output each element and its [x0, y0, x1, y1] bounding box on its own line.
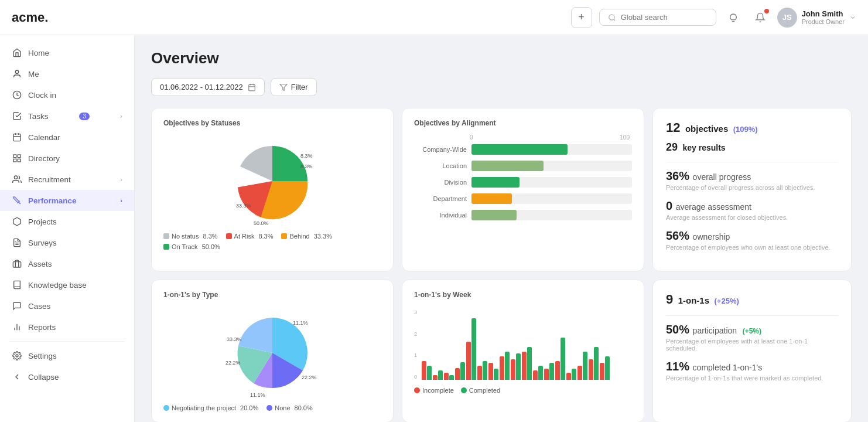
week-group	[433, 370, 443, 380]
one-on-ones-count-row: 9 1-on-1s (+25%)	[666, 292, 838, 307]
svg-rect-10	[18, 159, 20, 162]
completed-bar	[471, 318, 476, 380]
bar-row-division: Division	[414, 177, 632, 188]
date-range-picker[interactable]: 01.06.2022 - 01.12.2022	[151, 78, 265, 96]
bars-container	[422, 309, 632, 380]
dashboard-row-2: 1-on-1's by Type	[151, 280, 852, 422]
stats-one-on-ones-card: 9 1-on-1s (+25%) 50% participation (+5%)…	[652, 280, 852, 422]
behind-value: 33.3%	[314, 233, 332, 240]
objectives-status-pie: 8.3% 8.3% 33.3% 50.0%	[214, 134, 331, 228]
completed-bar	[605, 356, 610, 380]
bar-fill	[471, 177, 520, 188]
sidebar-item-label: Cases	[28, 302, 50, 311]
key-results-count: 29	[666, 141, 678, 153]
knowledge-base-icon	[12, 280, 22, 290]
svg-rect-23	[248, 84, 255, 91]
on-track-dot	[163, 244, 169, 250]
lightbulb-button[interactable]	[723, 8, 743, 28]
objectives-count-row: 12 objectives (109%)	[666, 120, 838, 135]
recruitment-icon	[12, 174, 22, 185]
overall-progress-row: 36% overall progress Percentage of overa…	[666, 169, 838, 191]
sidebar-item-tasks[interactable]: Tasks 3 ›	[0, 106, 134, 127]
sidebar-item-calendar[interactable]: Calendar	[0, 127, 134, 148]
tasks-arrow: ›	[120, 113, 122, 120]
user-name: John Smith	[802, 9, 845, 18]
week-group	[533, 366, 543, 380]
sidebar-item-recruitment[interactable]: Recruitment ›	[0, 169, 134, 190]
completed-bar	[505, 352, 510, 380]
sidebar-item-directory[interactable]: Directory	[0, 148, 134, 169]
tasks-badge: 3	[79, 113, 90, 120]
stats-objectives-card: 12 objectives (109%) 29 key results 36% …	[652, 108, 852, 271]
week-group	[589, 347, 599, 380]
clock-icon	[12, 90, 22, 100]
sidebar-item-me[interactable]: Me	[0, 63, 134, 84]
sidebar-item-label: Knowledge base	[28, 281, 87, 290]
incomplete-bar	[511, 359, 515, 380]
add-button[interactable]: +	[571, 7, 592, 28]
search-box[interactable]	[599, 9, 716, 26]
cases-icon	[12, 301, 22, 311]
card-title: 1-on-1's by Week	[414, 291, 632, 299]
sidebar-item-label: Reports	[28, 323, 56, 332]
week-group	[577, 352, 587, 380]
legend-at-risk: At Risk 8.3%	[226, 233, 274, 240]
sidebar-item-performance[interactable]: Performance ›	[0, 190, 134, 211]
tasks-icon	[12, 111, 22, 121]
incomplete-bar	[488, 363, 493, 380]
bar-label: Individual	[414, 212, 467, 219]
sidebar-item-reports[interactable]: Reports	[0, 316, 134, 338]
user-menu[interactable]: JS John Smith Product Owner	[777, 8, 856, 28]
bar-fill	[471, 193, 512, 204]
settings-icon	[12, 350, 22, 361]
none-label: None	[275, 404, 290, 411]
sidebar-item-surveys[interactable]: Surveys	[0, 232, 134, 253]
filter-label: Filter	[291, 83, 308, 91]
sidebar-item-projects[interactable]: Projects	[0, 211, 134, 232]
svg-rect-18	[13, 262, 20, 267]
week-group	[544, 363, 554, 380]
week-chart-legend: Incomplete Completed	[414, 387, 632, 394]
sidebar-item-label: Home	[28, 49, 49, 57]
sidebar-item-cases[interactable]: Cases	[0, 295, 134, 316]
behind-dot	[281, 233, 287, 239]
sidebar-item-label: Me	[28, 70, 39, 79]
participation-desc: Percentage of employees with at least on…	[666, 338, 838, 352]
sidebar-item-home[interactable]: Home	[0, 42, 134, 63]
at-risk-value: 8.3%	[258, 233, 273, 240]
notification-button[interactable]	[750, 8, 770, 28]
y-3: 3	[414, 309, 417, 315]
legend-negotiating: Negotiating the project 20.0%	[163, 404, 258, 411]
legend-no-status: No status 8.3%	[163, 233, 218, 240]
incomplete-bar	[500, 356, 504, 380]
avg-assessment-label: average assessment	[676, 202, 751, 212]
key-results-label: key results	[682, 143, 725, 152]
completed-bar	[538, 366, 543, 380]
sidebar-item-assets[interactable]: Assets	[0, 253, 134, 274]
sidebar-item-collapse[interactable]: Collapse	[0, 366, 134, 387]
filter-button[interactable]: Filter	[271, 78, 317, 96]
card-title: 1-on-1's by Type	[163, 291, 381, 299]
sidebar-item-label: Collapse	[28, 373, 59, 382]
completed-bar	[561, 338, 565, 380]
week-group	[466, 318, 476, 380]
sidebar-item-clock-in[interactable]: Clock in	[0, 84, 134, 106]
reports-icon	[12, 322, 22, 332]
sidebar-item-knowledge-base[interactable]: Knowledge base	[0, 274, 134, 295]
bar-row-location: Location	[414, 161, 632, 171]
participation-row: 50% participation (+5%) Percentage of em…	[666, 323, 838, 352]
page-title: Overview	[151, 49, 852, 67]
sidebar-item-settings[interactable]: Settings	[0, 345, 134, 366]
participation-label: participation	[693, 326, 737, 335]
legend-completed: Completed	[461, 387, 500, 394]
search-input[interactable]	[621, 13, 697, 22]
filter-icon	[279, 83, 288, 91]
sidebar: Home Me Clock in Tasks 3 › Calen	[0, 35, 135, 422]
incomplete-bar	[600, 363, 604, 380]
completed-desc: Percentage of 1-on-1s that were marked a…	[666, 375, 838, 382]
objectives-by-status-card: Objectives by Statuses 8.3%	[151, 108, 394, 271]
svg-line-1	[613, 19, 615, 21]
week-group	[566, 369, 576, 380]
week-group	[422, 361, 432, 380]
legend-on-track: On Track 50.0%	[163, 243, 220, 250]
